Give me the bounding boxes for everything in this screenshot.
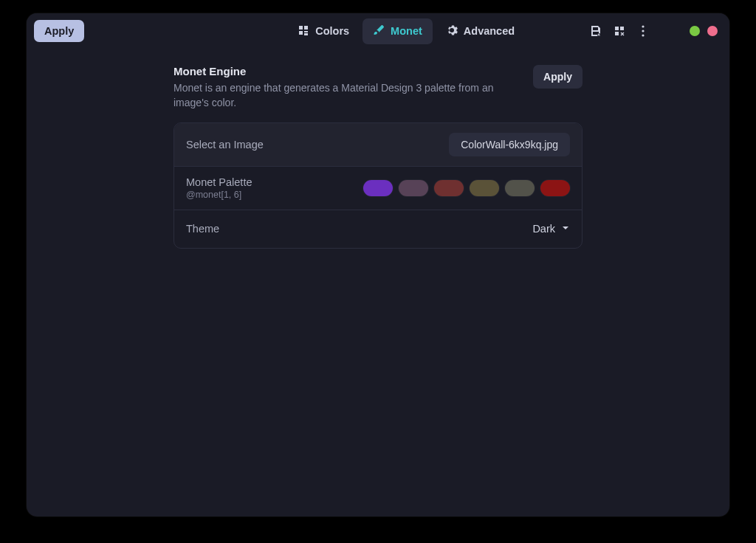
section-apply-button[interactable]: Apply xyxy=(533,65,583,89)
select-image-button[interactable]: ColorWall-6kx9kq.jpg xyxy=(449,133,570,156)
monet-palette-row: Monet Palette @monet[1, 6] xyxy=(174,166,582,210)
main-menu-button[interactable] xyxy=(636,24,650,38)
row-label: Theme xyxy=(186,223,219,235)
app-window: Apply Colors Monet Advanced xyxy=(27,13,729,516)
palette-swatches xyxy=(363,180,570,196)
monet-section: Monet Engine Monet is an engine that gen… xyxy=(173,65,583,249)
section-header: Monet Engine Monet is an engine that gen… xyxy=(173,65,583,111)
manage-presets-icon[interactable] xyxy=(613,24,626,38)
row-label: Select an Image xyxy=(186,139,264,151)
content-area: Monet Engine Monet is an engine that gen… xyxy=(27,49,729,249)
row-label: Monet Palette xyxy=(186,176,252,188)
tab-label: Colors xyxy=(315,25,349,37)
save-preset-icon[interactable] xyxy=(589,24,602,38)
maximize-button[interactable] xyxy=(690,26,700,36)
svg-point-3 xyxy=(642,34,644,36)
chevron-down-icon xyxy=(561,223,570,235)
tab-label: Advanced xyxy=(464,25,515,37)
gear-icon xyxy=(446,24,458,38)
settings-list: Select an Image ColorWall-6kx9kq.jpg Mon… xyxy=(173,122,583,249)
svg-point-2 xyxy=(642,30,644,32)
theme-value: Dark xyxy=(532,223,555,235)
minimize-button[interactable] xyxy=(672,26,682,36)
tab-label: Monet xyxy=(391,25,422,37)
palette-swatch[interactable] xyxy=(399,180,428,196)
tab-monet[interactable]: Monet xyxy=(362,18,433,44)
palette-swatch[interactable] xyxy=(540,180,570,196)
headerbar: Apply Colors Monet Advanced xyxy=(27,13,729,49)
palette-swatch[interactable] xyxy=(505,180,535,196)
theme-dropdown[interactable]: Dark xyxy=(532,223,570,235)
tab-colors[interactable]: Colors xyxy=(287,18,360,44)
brush-icon xyxy=(373,24,385,38)
section-description: Monet is an engine that generates a Mate… xyxy=(173,80,524,111)
close-button[interactable] xyxy=(707,26,718,36)
header-actions xyxy=(589,24,650,38)
select-image-row[interactable]: Select an Image ColorWall-6kx9kq.jpg xyxy=(174,123,582,166)
window-controls xyxy=(672,26,718,36)
palette-swatch[interactable] xyxy=(470,180,499,196)
row-subtitle: @monet[1, 6] xyxy=(186,190,252,200)
svg-point-1 xyxy=(642,25,644,27)
palette-icon xyxy=(298,24,309,38)
view-switcher: Colors Monet Advanced xyxy=(287,18,525,44)
theme-row[interactable]: Theme Dark xyxy=(174,210,582,248)
tab-advanced[interactable]: Advanced xyxy=(436,18,525,44)
section-title: Monet Engine xyxy=(173,65,524,77)
palette-swatch[interactable] xyxy=(434,180,464,196)
apply-button[interactable]: Apply xyxy=(34,20,84,42)
palette-swatch[interactable] xyxy=(363,180,393,196)
